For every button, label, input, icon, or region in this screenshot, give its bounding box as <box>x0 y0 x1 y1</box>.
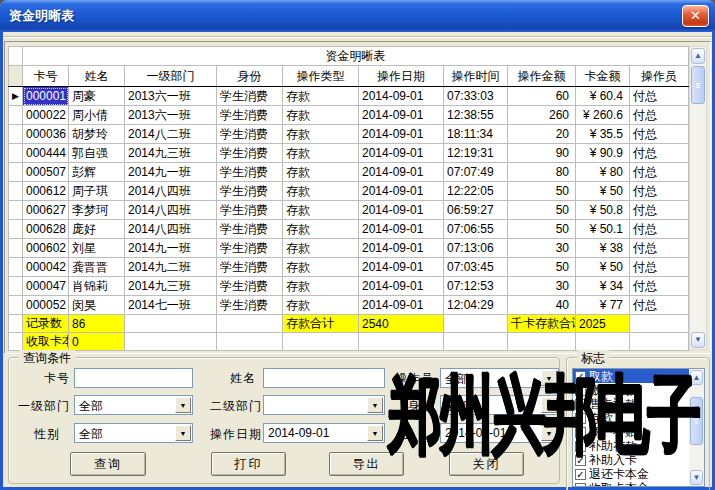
name-input[interactable] <box>263 368 385 388</box>
table-cell[interactable]: 2014八四班 <box>125 201 217 220</box>
table-cell[interactable]: 12:19:31 <box>444 144 508 163</box>
table-cell[interactable]: 2014-09-01 <box>359 87 444 106</box>
checkbox-icon[interactable]: ✓ <box>575 483 586 488</box>
table-cell[interactable]: ¥ 60.4 <box>576 87 630 106</box>
table-cell[interactable]: 2014-09-01 <box>359 296 444 315</box>
table-cell[interactable]: 50 <box>508 201 576 220</box>
table-cell[interactable]: 存款 <box>283 239 359 258</box>
table-cell[interactable]: 付总 <box>630 296 689 315</box>
table-cell[interactable]: 学生消费 <box>217 277 283 296</box>
table-cell[interactable]: 50 <box>508 182 576 201</box>
op-date-select[interactable]: 2014-09-01 ▼ <box>263 423 385 443</box>
table-cell[interactable]: 2014九二班 <box>125 258 217 277</box>
table-cell[interactable]: 周子琪 <box>69 182 125 201</box>
table-cell[interactable]: ¥ 34 <box>576 277 630 296</box>
table-cell[interactable]: 付总 <box>630 106 689 125</box>
table-cell[interactable]: 存款 <box>283 87 359 106</box>
table-cell[interactable]: 学生消费 <box>217 258 283 277</box>
table-cell[interactable]: 2014七一班 <box>125 296 217 315</box>
table-cell[interactable]: 2014-09-01 <box>359 258 444 277</box>
scroll-up-icon[interactable]: ▲ <box>691 48 705 64</box>
table-cell[interactable]: 12:04:29 <box>444 296 508 315</box>
checkbox-icon[interactable]: ✓ <box>575 469 586 480</box>
table-cell[interactable]: ¥ 260.6 <box>576 106 630 125</box>
query-button[interactable]: 查询 <box>70 452 146 476</box>
table-cell[interactable]: 000444 <box>23 144 69 163</box>
table-cell[interactable]: 2013六一班 <box>125 106 217 125</box>
table-cell[interactable]: 40 <box>508 296 576 315</box>
table-cell[interactable]: 07:07:49 <box>444 163 508 182</box>
dept1-select[interactable]: 全部 ▼ <box>74 395 193 415</box>
table-cell[interactable]: 学生消费 <box>217 87 283 106</box>
table-cell[interactable]: 000022 <box>23 106 69 125</box>
table-cell[interactable]: 000507 <box>23 163 69 182</box>
table-cell[interactable]: 付总 <box>630 220 689 239</box>
table-cell[interactable]: 周豪 <box>69 87 125 106</box>
table-cell[interactable]: ¥ 50.8 <box>576 201 630 220</box>
print-button[interactable]: 打印 <box>211 452 286 476</box>
card-no-input[interactable] <box>74 368 193 388</box>
table-cell[interactable]: ¥ 35.5 <box>576 125 630 144</box>
table-cell[interactable]: 付总 <box>630 201 689 220</box>
table-cell[interactable]: 存款 <box>283 106 359 125</box>
flag-item[interactable]: ✓退还卡本金 <box>573 467 704 481</box>
table-cell[interactable]: 存款 <box>283 163 359 182</box>
table-cell[interactable]: 000602 <box>23 239 69 258</box>
table-cell[interactable]: 20 <box>508 125 576 144</box>
table-cell[interactable]: 30 <box>508 239 576 258</box>
table-cell[interactable]: 07:33:03 <box>444 87 508 106</box>
table-cell[interactable]: 学生消费 <box>217 201 283 220</box>
grid-vertical-scrollbar[interactable]: ▲ ▼ <box>689 46 707 350</box>
table-cell[interactable]: 学生消费 <box>217 163 283 182</box>
table-cell[interactable]: 学生消费 <box>217 125 283 144</box>
chevron-down-icon[interactable]: ▼ <box>367 397 383 413</box>
table-cell[interactable]: 260 <box>508 106 576 125</box>
table-cell[interactable]: 2014-09-01 <box>359 239 444 258</box>
table-cell[interactable]: 30 <box>508 277 576 296</box>
table-cell[interactable]: 刘星 <box>69 239 125 258</box>
dept2-select[interactable]: ▼ <box>263 395 385 415</box>
table-cell[interactable]: 付总 <box>630 144 689 163</box>
table-cell[interactable]: ¥ 90.9 <box>576 144 630 163</box>
scroll-down-icon[interactable]: ▼ <box>691 332 705 348</box>
table-cell[interactable]: 60 <box>508 87 576 106</box>
table-cell[interactable]: 存款 <box>283 277 359 296</box>
flag-item[interactable]: ✓收取卡本金 <box>573 481 704 487</box>
table-cell[interactable]: 12:38:55 <box>444 106 508 125</box>
table-cell[interactable]: 000047 <box>23 277 69 296</box>
table-cell[interactable]: 存款 <box>283 201 359 220</box>
table-cell[interactable]: 000052 <box>23 296 69 315</box>
table-cell[interactable]: 周小倩 <box>69 106 125 125</box>
table-cell[interactable]: 2014八四班 <box>125 182 217 201</box>
table-cell[interactable]: 2013六一班 <box>125 87 217 106</box>
table-cell[interactable]: 000627 <box>23 201 69 220</box>
table-cell[interactable]: 付总 <box>630 125 689 144</box>
table-cell[interactable]: 李梦珂 <box>69 201 125 220</box>
chevron-down-icon[interactable]: ▼ <box>175 397 191 413</box>
chevron-down-icon[interactable]: ▼ <box>175 425 191 441</box>
table-cell[interactable]: 存款 <box>283 182 359 201</box>
table-cell[interactable]: 000628 <box>23 220 69 239</box>
table-cell[interactable]: 闵昊 <box>69 296 125 315</box>
table-cell[interactable]: 存款 <box>283 220 359 239</box>
table-cell[interactable]: 2014八四班 <box>125 220 217 239</box>
table-cell[interactable]: 存款 <box>283 144 359 163</box>
table-cell[interactable]: 付总 <box>630 277 689 296</box>
table-cell[interactable]: 07:12:53 <box>444 277 508 296</box>
table-cell[interactable]: 学生消费 <box>217 220 283 239</box>
table-cell[interactable]: 90 <box>508 144 576 163</box>
table-cell[interactable]: 80 <box>508 163 576 182</box>
table-cell[interactable]: ¥ 38 <box>576 239 630 258</box>
table-cell[interactable]: 50 <box>508 258 576 277</box>
table-cell[interactable]: 2014九三班 <box>125 144 217 163</box>
table-cell[interactable]: 2014九一班 <box>125 163 217 182</box>
table-cell[interactable]: 2014八二班 <box>125 125 217 144</box>
table-cell[interactable]: 学生消费 <box>217 296 283 315</box>
gender-select[interactable]: 全部 ▼ <box>74 423 193 443</box>
table-cell[interactable]: 存款 <box>283 125 359 144</box>
table-cell[interactable]: 2014九一班 <box>125 239 217 258</box>
table-cell[interactable]: 付总 <box>630 163 689 182</box>
table-cell[interactable]: 胡梦玲 <box>69 125 125 144</box>
scroll-down-icon[interactable]: ▼ <box>690 470 703 485</box>
table-cell[interactable]: 2014-09-01 <box>359 125 444 144</box>
